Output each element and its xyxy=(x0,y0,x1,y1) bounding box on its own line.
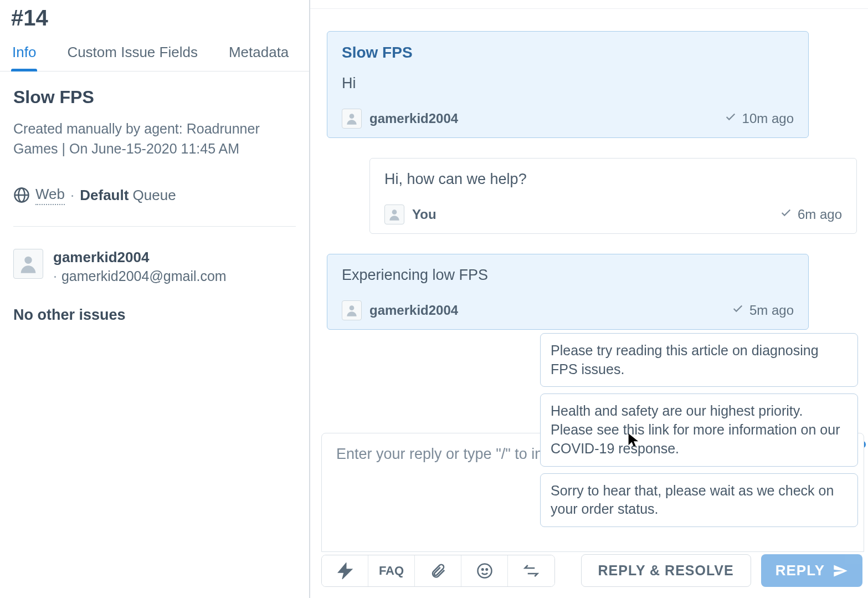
source-channel[interactable]: Web xyxy=(35,186,65,205)
reply-and-resolve-button[interactable]: REPLY & RESOLVE xyxy=(581,554,751,587)
avatar-icon xyxy=(384,205,404,224)
svg-point-3 xyxy=(24,256,32,263)
faq-button[interactable]: FAQ xyxy=(368,555,415,586)
issue-title: Slow FPS xyxy=(13,87,296,108)
globe-icon xyxy=(13,187,30,203)
message-incoming: Slow FPS Hi gamerkid2004 10m ago xyxy=(327,31,809,138)
svg-point-5 xyxy=(392,209,397,214)
svg-point-6 xyxy=(350,305,355,310)
message-body: Hi xyxy=(342,75,794,92)
user-email: gamerkid2004@gmail.com xyxy=(61,268,227,284)
tab-custom-fields[interactable]: Custom Issue Fields xyxy=(66,38,199,71)
reply-suggestions: Please try reading this article on diagn… xyxy=(540,333,858,527)
main-panel: Slow FPS Hi gamerkid2004 10m ago Hi, how… xyxy=(310,0,868,598)
queue-default: Default xyxy=(80,187,129,203)
attachment-button[interactable] xyxy=(415,555,461,586)
compose-toolbar: FAQ xyxy=(321,555,555,587)
svg-marker-7 xyxy=(338,564,351,577)
svg-point-8 xyxy=(477,564,491,577)
message-body: Hi, how can we help? xyxy=(384,171,842,188)
message-author: You xyxy=(384,205,436,224)
message-incoming: Experiencing low FPS gamerkid2004 5m ago xyxy=(327,254,809,330)
queue-label: Queue xyxy=(133,187,176,203)
suggestion-item[interactable]: Sorry to hear that, please wait as we ch… xyxy=(540,473,858,528)
avatar-icon xyxy=(342,300,362,320)
message-timestamp: 6m ago xyxy=(780,207,842,222)
sidebar-tabs: Info Custom Issue Fields Metadata xyxy=(0,38,309,71)
reply-button[interactable]: REPLY xyxy=(761,554,862,587)
sidebar: #14 Info Custom Issue Fields Metadata Sl… xyxy=(0,0,310,598)
svg-point-10 xyxy=(486,569,487,570)
avatar-icon xyxy=(342,109,362,129)
check-icon xyxy=(780,207,792,222)
quick-action-button[interactable] xyxy=(322,555,368,586)
tab-metadata[interactable]: Metadata xyxy=(228,38,290,71)
message-author: gamerkid2004 xyxy=(342,300,458,320)
user-row[interactable]: gamerkid2004 · gamerkid2004@gmail.com xyxy=(13,249,296,284)
avatar xyxy=(13,249,43,279)
suggestion-item[interactable]: Please try reading this article on diagn… xyxy=(540,333,858,387)
transfer-button[interactable] xyxy=(508,555,554,586)
message-timestamp: 5m ago xyxy=(732,303,794,318)
issue-created-meta: Created manually by agent: Roadrunner Ga… xyxy=(13,119,296,159)
message-timestamp: 10m ago xyxy=(725,111,794,126)
separator-dot: · xyxy=(70,187,74,204)
message-author: gamerkid2004 xyxy=(342,109,458,129)
check-icon xyxy=(725,111,737,126)
source-row: Web · Default Queue xyxy=(13,186,296,205)
emoji-button[interactable] xyxy=(461,555,508,586)
no-other-issues: No other issues xyxy=(13,306,296,324)
separator-dot: · xyxy=(53,268,57,284)
user-name: gamerkid2004 xyxy=(53,249,227,266)
svg-point-9 xyxy=(482,569,484,570)
message-body: Experiencing low FPS xyxy=(342,267,794,284)
divider xyxy=(13,226,296,227)
send-icon xyxy=(833,563,848,579)
suggestion-item[interactable]: Health and safety are our highest priori… xyxy=(540,393,858,466)
message-title: Slow FPS xyxy=(342,44,794,62)
issue-id: #14 xyxy=(0,0,309,38)
tab-info[interactable]: Info xyxy=(11,38,37,71)
svg-point-4 xyxy=(350,114,355,119)
message-outgoing: Hi, how can we help? You 6m ago xyxy=(369,158,857,234)
check-icon xyxy=(732,303,744,318)
